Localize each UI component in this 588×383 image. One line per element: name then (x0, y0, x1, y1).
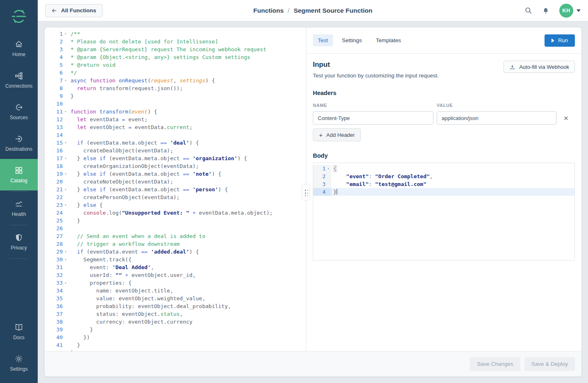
code-line[interactable]: 33▾ properties: { (45, 279, 306, 287)
code-line[interactable]: 34 name: eventObject.title, (45, 287, 306, 295)
tab-templates[interactable]: Templates (371, 34, 406, 46)
code-token: * @param {Object.<string, any>} settings… (71, 54, 250, 60)
code-line[interactable]: 32 userId: "" + eventObject.user_id, (45, 271, 306, 279)
fold-toggle-icon[interactable]: ▾ (63, 77, 68, 84)
code-line[interactable]: 18 createOrganizationObject(eventData); (45, 162, 306, 170)
body-json-editor[interactable]: 1▾{2 "event": "Order Completed",3 "email… (313, 163, 575, 261)
fold-toggle-icon[interactable]: ▾ (63, 139, 68, 147)
code-token: name: eventObject.title, (71, 288, 173, 294)
notifications-button[interactable] (542, 7, 549, 15)
code-line[interactable]: 23▾ } else { (45, 201, 306, 209)
code-line[interactable]: 39 } (45, 326, 306, 333)
code-line[interactable]: 27 // Send an event when a deal is added… (45, 232, 306, 240)
run-button[interactable]: Run (545, 34, 575, 47)
sidebar-item-privacy[interactable]: Privacy (0, 226, 38, 258)
sidebar-item-connections[interactable]: Connections (0, 64, 38, 96)
fold-toggle-icon[interactable]: ▾ (63, 170, 68, 178)
code-line[interactable]: 2 "event": "Order Completed", (313, 172, 574, 180)
fold-toggle-icon[interactable]: ▾ (63, 154, 68, 162)
sidebar-item-docs[interactable]: Docs (0, 316, 38, 347)
code-line[interactable]: 28 // trigger a workflow downstream (45, 240, 306, 248)
fold-toggle-icon[interactable]: ▾ (63, 279, 68, 287)
code-line[interactable]: 38 currency: eventObject.currency (45, 318, 306, 326)
pane-resize-handle[interactable] (302, 184, 310, 200)
fold-toggle-icon[interactable]: ▾ (63, 186, 68, 193)
code-line[interactable]: 19▾ } else if (eventData.meta.object == … (45, 170, 306, 178)
sidebar-item-settings[interactable]: Settings (0, 347, 38, 379)
header-name-input[interactable] (313, 111, 433, 125)
code-line[interactable]: 21▾ } else if (eventData.meta.object == … (45, 186, 306, 193)
sidebar-item-home[interactable]: Home (0, 33, 38, 64)
code-token (71, 249, 77, 255)
account-menu[interactable]: KH (559, 4, 581, 18)
code-line[interactable]: 24 console.log("Unsupported Event: " + e… (45, 209, 306, 217)
code-line[interactable]: 3* @param {ServerRequest} request The in… (45, 45, 306, 53)
sidebar-item-destinations[interactable]: Destinations (0, 127, 38, 159)
code-token: 'deal' (170, 140, 189, 146)
code-line[interactable]: 6*/ (45, 69, 306, 77)
tab-test[interactable]: Test (313, 34, 333, 46)
header-value-input[interactable] (437, 111, 556, 125)
code-line[interactable]: 1▾{ (313, 165, 574, 172)
remove-header-button[interactable]: ✕ (563, 115, 569, 121)
save-changes-button[interactable]: Save Changes (470, 357, 520, 371)
add-header-button[interactable]: + Add Header (313, 128, 361, 141)
avatar[interactable]: KH (559, 4, 573, 18)
code-line[interactable]: 1▾/** (45, 30, 306, 38)
code-line[interactable]: 40 }) (45, 333, 306, 341)
footer-bar: Save Changes Save & Deploy (45, 351, 581, 376)
code-line[interactable]: 22 createPersonObject(eventData); (45, 193, 306, 201)
code-line[interactable]: 30▾ Segment.track({ (45, 256, 306, 263)
line-gutter: 35 (45, 295, 68, 302)
line-number: 3 (59, 45, 63, 53)
code-line[interactable]: 13 let eventObject = eventData.current; (45, 123, 306, 131)
code-line[interactable]: 9} (45, 92, 306, 100)
search-button[interactable] (524, 7, 532, 14)
code-line[interactable]: 4* @param {Object.<string, any>} setting… (45, 53, 306, 61)
code-line[interactable]: 2* Please do not delete [used for Intell… (45, 38, 306, 45)
fold-toggle-icon[interactable]: ▾ (63, 108, 68, 116)
fold-toggle-icon[interactable]: ▾ (326, 165, 331, 172)
code-line[interactable]: 5* @return void (45, 61, 306, 69)
code-line[interactable]: 20 createNoteObject(eventData); (45, 178, 306, 186)
code-line[interactable]: 14 (45, 131, 306, 139)
sidebar-item-health[interactable]: Health (0, 193, 38, 224)
code-token: 'person' (192, 186, 218, 193)
breadcrumb-parent[interactable]: Functions (253, 7, 284, 14)
code-line[interactable]: 35 value: eventObject.weighted_value, (45, 295, 306, 302)
fold-toggle-icon[interactable]: ▾ (63, 30, 68, 38)
code-line[interactable]: 4} (313, 188, 574, 196)
autofill-webhook-button[interactable]: Auto-fill via Webhook (504, 61, 575, 73)
code-line[interactable]: 31 event: 'Deal Added', (45, 263, 306, 271)
code-line[interactable]: 25 } (45, 217, 306, 224)
main-area: All Functions Functions / Segment Source… (38, 0, 588, 383)
add-header-label: Add Header (326, 132, 355, 138)
code-line[interactable]: 36 probability: eventObject.deal_probabi… (45, 302, 306, 310)
code-editor[interactable]: 1▾/**2* Please do not delete [used for I… (45, 27, 306, 351)
code-token: * @return void (71, 62, 116, 68)
fold-toggle-icon[interactable]: ▾ (63, 256, 68, 263)
code-line[interactable]: 17▾ } else if (eventData.meta.object == … (45, 154, 306, 162)
fold-toggle-icon[interactable]: ▾ (63, 201, 68, 209)
all-functions-back-button[interactable]: All Functions (45, 4, 103, 17)
tab-settings[interactable]: Settings (337, 34, 367, 46)
text-cursor (337, 189, 337, 195)
segment-logo[interactable] (0, 0, 38, 33)
code-line[interactable]: 7▾async function onRequest(request, sett… (45, 77, 306, 84)
code-token (71, 140, 77, 146)
code-line[interactable]: 10 (45, 100, 306, 108)
code-line[interactable]: 26 (45, 224, 306, 232)
code-line[interactable]: 37 status: eventObject.status, (45, 310, 306, 318)
code-line[interactable]: 16 createDealObject(eventData); (45, 147, 306, 154)
code-line[interactable]: 3 "email": "test@gmail.com" (313, 180, 574, 188)
code-line[interactable]: 29▾ if (eventData.event == 'added.deal')… (45, 248, 306, 256)
code-line[interactable]: 12 let eventData = event; (45, 116, 306, 123)
sidebar-item-catalog[interactable]: Catalog (0, 159, 38, 190)
code-line[interactable]: 15▾ if (eventData.meta.object == 'deal')… (45, 139, 306, 147)
sidebar-item-sources[interactable]: Sources (0, 96, 38, 127)
code-line[interactable]: 11▾function transform(event) { (45, 108, 306, 116)
code-line[interactable]: 8 return transform(request.json()); (45, 84, 306, 92)
save-deploy-button[interactable]: Save & Deploy (524, 357, 575, 371)
code-line[interactable]: 41 } (45, 341, 306, 349)
fold-toggle-icon[interactable]: ▾ (63, 248, 68, 256)
